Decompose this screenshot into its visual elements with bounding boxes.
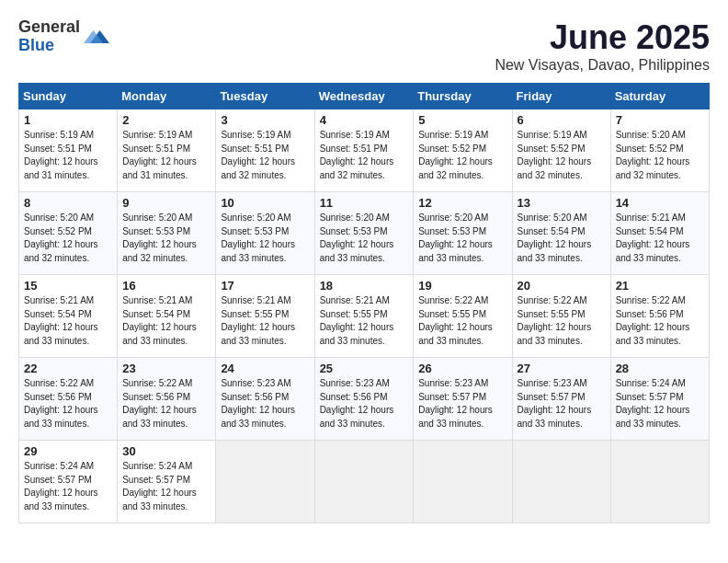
col-monday: Monday <box>118 84 216 109</box>
day-number: 23 <box>122 362 210 375</box>
day-info: Sunrise: 5:23 AMSunset: 5:56 PMDaylight:… <box>221 378 295 429</box>
day-number: 28 <box>616 362 704 375</box>
table-row: 27 Sunrise: 5:23 AMSunset: 5:57 PMDaylig… <box>512 358 610 441</box>
day-info: Sunrise: 5:22 AMSunset: 5:56 PMDaylight:… <box>24 378 98 429</box>
day-number: 22 <box>24 362 112 375</box>
day-info: Sunrise: 5:22 AMSunset: 5:56 PMDaylight:… <box>122 378 197 429</box>
table-row <box>414 441 512 523</box>
table-row: 5 Sunrise: 5:19 AMSunset: 5:52 PMDayligh… <box>414 109 512 192</box>
logo-blue: Blue <box>18 37 80 55</box>
table-row: 28 Sunrise: 5:24 AMSunset: 5:57 PMDaylig… <box>610 358 709 441</box>
col-wednesday: Wednesday <box>314 84 414 109</box>
day-number: 21 <box>616 279 704 293</box>
title-area: June 2025 New Visayas, Davao, Philippine… <box>495 18 710 74</box>
day-number: 10 <box>221 196 309 210</box>
day-info: Sunrise: 5:23 AMSunset: 5:56 PMDaylight:… <box>320 378 394 429</box>
day-number: 7 <box>616 113 704 127</box>
day-info: Sunrise: 5:21 AMSunset: 5:55 PMDaylight:… <box>320 295 394 346</box>
table-row: 3 Sunrise: 5:19 AMSunset: 5:51 PMDayligh… <box>216 109 314 192</box>
table-row: 13 Sunrise: 5:20 AMSunset: 5:54 PMDaylig… <box>512 192 610 275</box>
day-number: 25 <box>320 362 409 375</box>
day-number: 17 <box>221 279 309 293</box>
day-info: Sunrise: 5:24 AMSunset: 5:57 PMDaylight:… <box>24 461 98 511</box>
calendar-week: 1 Sunrise: 5:19 AMSunset: 5:51 PMDayligh… <box>19 109 710 192</box>
day-info: Sunrise: 5:20 AMSunset: 5:53 PMDaylight:… <box>418 213 493 263</box>
table-row: 24 Sunrise: 5:23 AMSunset: 5:56 PMDaylig… <box>216 358 314 441</box>
table-row: 8 Sunrise: 5:20 AMSunset: 5:52 PMDayligh… <box>19 192 118 275</box>
day-number: 9 <box>122 196 210 210</box>
table-row: 1 Sunrise: 5:19 AMSunset: 5:51 PMDayligh… <box>19 109 118 192</box>
table-row: 18 Sunrise: 5:21 AMSunset: 5:55 PMDaylig… <box>314 275 414 358</box>
day-info: Sunrise: 5:24 AMSunset: 5:57 PMDaylight:… <box>122 461 197 511</box>
day-info: Sunrise: 5:20 AMSunset: 5:53 PMDaylight:… <box>221 213 295 263</box>
day-info: Sunrise: 5:22 AMSunset: 5:55 PMDaylight:… <box>418 295 493 346</box>
calendar-week: 22 Sunrise: 5:22 AMSunset: 5:56 PMDaylig… <box>19 358 710 441</box>
table-row: 7 Sunrise: 5:20 AMSunset: 5:52 PMDayligh… <box>610 109 709 192</box>
table-row: 12 Sunrise: 5:20 AMSunset: 5:53 PMDaylig… <box>414 192 512 275</box>
logo-general: General <box>18 18 80 37</box>
table-row: 10 Sunrise: 5:20 AMSunset: 5:53 PMDaylig… <box>216 192 314 275</box>
day-info: Sunrise: 5:21 AMSunset: 5:54 PMDaylight:… <box>24 295 98 346</box>
day-number: 8 <box>24 196 112 210</box>
table-row <box>216 441 314 523</box>
table-row: 20 Sunrise: 5:22 AMSunset: 5:55 PMDaylig… <box>512 275 610 358</box>
calendar-title: June 2025 <box>495 18 710 57</box>
day-number: 6 <box>518 113 606 127</box>
logo-icon <box>84 24 109 50</box>
logo: General Blue <box>18 18 109 55</box>
day-number: 27 <box>518 362 606 375</box>
day-info: Sunrise: 5:24 AMSunset: 5:57 PMDaylight:… <box>616 378 690 429</box>
day-info: Sunrise: 5:23 AMSunset: 5:57 PMDaylight:… <box>418 378 493 429</box>
table-row: 16 Sunrise: 5:21 AMSunset: 5:54 PMDaylig… <box>118 275 216 358</box>
header-row: Sunday Monday Tuesday Wednesday Thursday… <box>19 84 710 109</box>
day-number: 24 <box>221 362 309 375</box>
table-row: 26 Sunrise: 5:23 AMSunset: 5:57 PMDaylig… <box>414 358 512 441</box>
day-info: Sunrise: 5:22 AMSunset: 5:56 PMDaylight:… <box>616 295 690 346</box>
header: General Blue June 2025 New Visayas, Dava… <box>18 18 710 74</box>
day-info: Sunrise: 5:19 AMSunset: 5:51 PMDaylight:… <box>24 130 98 180</box>
col-saturday: Saturday <box>610 84 709 109</box>
day-info: Sunrise: 5:21 AMSunset: 5:54 PMDaylight:… <box>616 213 690 263</box>
calendar-table: Sunday Monday Tuesday Wednesday Thursday… <box>18 83 710 523</box>
day-number: 14 <box>616 196 704 210</box>
table-row: 17 Sunrise: 5:21 AMSunset: 5:55 PMDaylig… <box>216 275 314 358</box>
day-info: Sunrise: 5:19 AMSunset: 5:52 PMDaylight:… <box>418 130 493 180</box>
day-info: Sunrise: 5:21 AMSunset: 5:55 PMDaylight:… <box>221 295 295 346</box>
table-row: 22 Sunrise: 5:22 AMSunset: 5:56 PMDaylig… <box>19 358 118 441</box>
day-info: Sunrise: 5:19 AMSunset: 5:51 PMDaylight:… <box>122 130 197 180</box>
table-row: 29 Sunrise: 5:24 AMSunset: 5:57 PMDaylig… <box>19 441 118 523</box>
col-tuesday: Tuesday <box>216 84 314 109</box>
day-number: 30 <box>122 444 210 458</box>
day-info: Sunrise: 5:20 AMSunset: 5:52 PMDaylight:… <box>24 213 98 263</box>
day-number: 1 <box>24 113 112 127</box>
day-number: 20 <box>518 279 606 293</box>
day-number: 26 <box>418 362 506 375</box>
day-number: 15 <box>24 279 112 293</box>
calendar-subtitle: New Visayas, Davao, Philippines <box>495 57 710 74</box>
table-row: 9 Sunrise: 5:20 AMSunset: 5:53 PMDayligh… <box>118 192 216 275</box>
logo-text: General Blue <box>18 18 80 55</box>
day-info: Sunrise: 5:20 AMSunset: 5:53 PMDaylight:… <box>122 213 197 263</box>
day-number: 3 <box>221 113 309 127</box>
calendar-week: 8 Sunrise: 5:20 AMSunset: 5:52 PMDayligh… <box>19 192 710 275</box>
table-row <box>610 441 709 523</box>
calendar-body: 1 Sunrise: 5:19 AMSunset: 5:51 PMDayligh… <box>19 109 710 523</box>
table-row <box>512 441 610 523</box>
col-sunday: Sunday <box>19 84 118 109</box>
day-number: 13 <box>518 196 606 210</box>
day-number: 12 <box>418 196 506 210</box>
table-row: 6 Sunrise: 5:19 AMSunset: 5:52 PMDayligh… <box>512 109 610 192</box>
day-number: 19 <box>418 279 506 293</box>
day-info: Sunrise: 5:22 AMSunset: 5:55 PMDaylight:… <box>518 295 592 346</box>
table-row: 11 Sunrise: 5:20 AMSunset: 5:53 PMDaylig… <box>314 192 414 275</box>
day-number: 18 <box>320 279 409 293</box>
day-info: Sunrise: 5:23 AMSunset: 5:57 PMDaylight:… <box>518 378 592 429</box>
table-row: 30 Sunrise: 5:24 AMSunset: 5:57 PMDaylig… <box>118 441 216 523</box>
day-info: Sunrise: 5:21 AMSunset: 5:54 PMDaylight:… <box>122 295 197 346</box>
table-row: 4 Sunrise: 5:19 AMSunset: 5:51 PMDayligh… <box>314 109 414 192</box>
day-info: Sunrise: 5:19 AMSunset: 5:51 PMDaylight:… <box>221 130 295 180</box>
table-row: 19 Sunrise: 5:22 AMSunset: 5:55 PMDaylig… <box>414 275 512 358</box>
day-info: Sunrise: 5:19 AMSunset: 5:52 PMDaylight:… <box>518 130 592 180</box>
day-info: Sunrise: 5:20 AMSunset: 5:52 PMDaylight:… <box>616 130 690 180</box>
table-row: 14 Sunrise: 5:21 AMSunset: 5:54 PMDaylig… <box>610 192 709 275</box>
